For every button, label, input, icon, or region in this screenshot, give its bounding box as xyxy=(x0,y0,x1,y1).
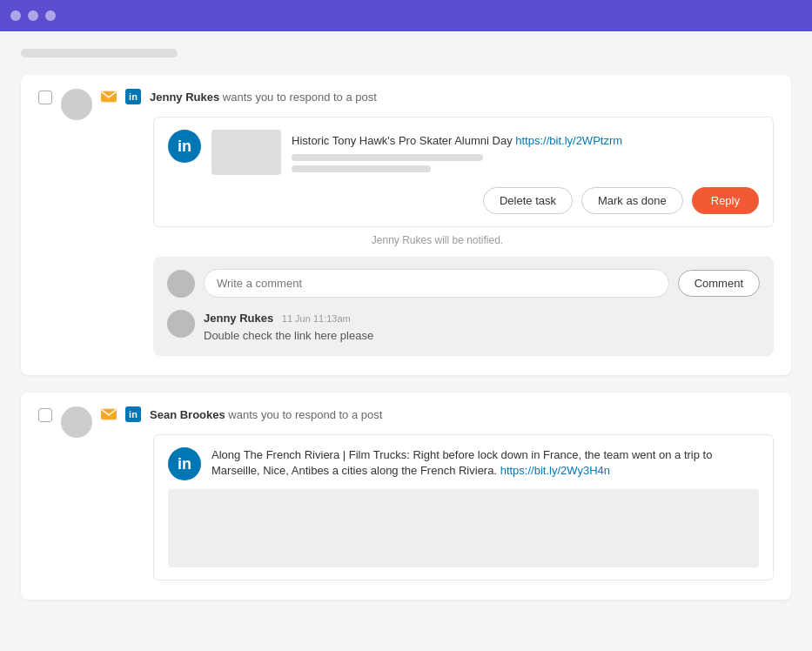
task-main-2: in Sean Brookes wants you to respond to … xyxy=(101,406,774,581)
window-dot-1 xyxy=(10,10,21,21)
post-title-text-1: Historic Tony Hawk's Pro Skater Alumni D… xyxy=(292,134,515,147)
comment-section-1: Comment Jenny Rukes 11 Jun 11:13am Doubl… xyxy=(153,257,774,356)
task-card-2-wrapper: in Sean Brookes wants you to respond to … xyxy=(21,393,791,600)
post-line-long xyxy=(292,154,483,161)
task-header-text-1: Jenny Rukes wants you to respond to a po… xyxy=(150,91,377,104)
task-action-1: wants you to respond to a post xyxy=(219,91,377,104)
task-main-1: in Jenny Rukes wants you to respond to a… xyxy=(101,89,774,356)
post-header-1: in Historic Tony Hawk's Pro Skater Alumn… xyxy=(168,130,759,175)
comment-author: Jenny Rukes xyxy=(204,312,273,325)
delete-task-button[interactable]: Delete task xyxy=(483,187,573,214)
comment-avatar xyxy=(167,270,195,298)
post-title-text-2: Along The French Riviera | Film Trucks: … xyxy=(211,448,712,477)
task-checkbox-2[interactable] xyxy=(38,408,52,422)
window-dot-3 xyxy=(45,10,56,21)
task-action-2: wants you to respond to a post xyxy=(225,408,383,421)
email-icon-2 xyxy=(101,408,117,420)
second-task-body: in Along The French Riviera | Film Truck… xyxy=(153,434,774,581)
task-user-2: Sean Brookes xyxy=(150,408,225,421)
task-wrapper-2: in Sean Brookes wants you to respond to … xyxy=(38,406,774,581)
task-header-2: in Sean Brookes wants you to respond to … xyxy=(101,406,774,422)
comment-author-line: Jenny Rukes 11 Jun 11:13am xyxy=(204,310,373,327)
task-card-2: in Sean Brookes wants you to respond to … xyxy=(21,393,791,600)
comment-text-block: Jenny Rukes 11 Jun 11:13am Double check … xyxy=(204,310,373,344)
post-image-1 xyxy=(211,130,281,175)
post-title-2: Along The French Riviera | Film Trucks: … xyxy=(211,447,759,479)
linkedin-logo-2: in xyxy=(168,447,201,480)
post-link-2[interactable]: https://bit.ly/2Wy3H4n xyxy=(500,464,610,477)
linkedin-logo-1: in xyxy=(168,130,201,163)
task-header-text-2: Sean Brookes wants you to respond to a p… xyxy=(150,408,382,421)
post-header-2: in Along The French Riviera | Film Truck… xyxy=(168,447,759,480)
content-area: in Jenny Rukes wants you to respond to a… xyxy=(0,31,812,624)
task-user-1: Jenny Rukes xyxy=(150,91,219,104)
task-checkbox-1[interactable] xyxy=(38,91,52,104)
task-header-1: in Jenny Rukes wants you to respond to a… xyxy=(101,89,774,104)
notification-text-1: Jenny Rukes will be notified. xyxy=(101,234,774,246)
avatar-sean xyxy=(61,406,92,438)
mark-done-button[interactable]: Mark as done xyxy=(581,187,683,214)
title-bar xyxy=(0,0,812,31)
task-wrapper-1: in Jenny Rukes wants you to respond to a… xyxy=(38,89,774,356)
email-icon xyxy=(101,91,117,103)
post-line-medium xyxy=(292,165,431,172)
task-actions-1: Delete task Mark as done Reply xyxy=(168,187,759,214)
window-dot-2 xyxy=(28,10,38,21)
task-body-1: in Historic Tony Hawk's Pro Skater Alumn… xyxy=(153,117,774,227)
post-lines-1 xyxy=(292,154,622,172)
comment-entry-1: Jenny Rukes 11 Jun 11:13am Double check … xyxy=(167,310,760,344)
post-link-1[interactable]: https://bit.ly/2WPtzrm xyxy=(515,134,622,147)
search-bar-placeholder xyxy=(21,49,178,57)
post-title-1: Historic Tony Hawk's Pro Skater Alumni D… xyxy=(292,133,622,149)
commenter-avatar xyxy=(167,310,195,338)
reply-button[interactable]: Reply xyxy=(692,187,759,214)
post-body-placeholder xyxy=(168,489,759,567)
comment-button[interactable]: Comment xyxy=(678,270,760,297)
comment-input-row: Comment xyxy=(167,269,760,298)
linkedin-badge-1: in xyxy=(125,89,141,104)
comment-input[interactable] xyxy=(204,269,669,298)
comment-body: Double check the link here please xyxy=(204,327,373,345)
avatar-jenny xyxy=(61,89,92,120)
linkedin-badge-2: in xyxy=(125,406,141,422)
task-card-1: in Jenny Rukes wants you to respond to a… xyxy=(21,75,791,375)
comment-time: 11 Jun 11:13am xyxy=(282,313,351,324)
